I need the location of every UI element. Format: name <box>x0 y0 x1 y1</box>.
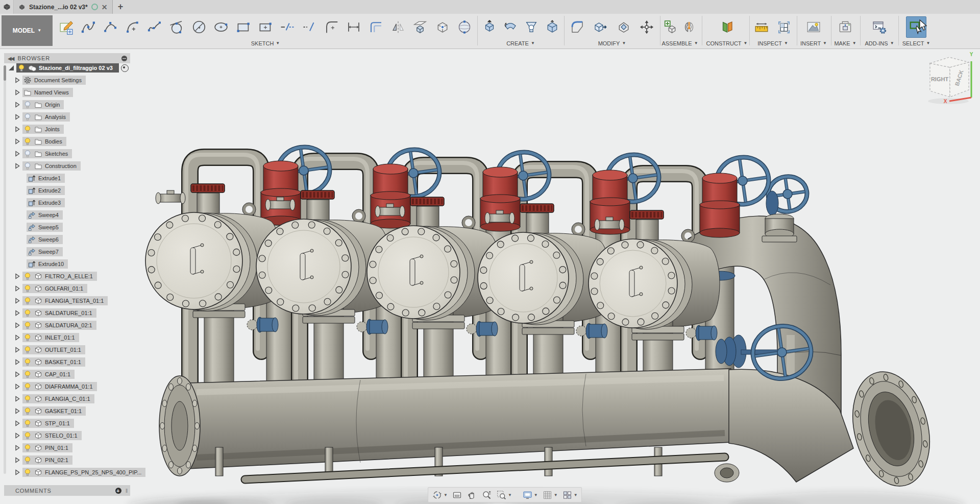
sphere-tool-button[interactable] <box>455 17 474 37</box>
expander-icon[interactable] <box>13 395 21 403</box>
visibility-bulb-icon[interactable] <box>23 456 32 464</box>
expander-icon[interactable] <box>13 162 21 170</box>
browser-row-extrude2[interactable]: Extrude2 <box>27 185 65 196</box>
create-sketch-tool-button[interactable] <box>57 17 76 37</box>
fillet-tool-button[interactable] <box>568 17 587 37</box>
expander-icon[interactable] <box>13 150 21 158</box>
expander-icon[interactable] <box>13 101 21 109</box>
expander-icon[interactable] <box>13 88 21 97</box>
spline-tool-button[interactable] <box>79 17 98 37</box>
visibility-bulb-icon[interactable] <box>23 333 32 342</box>
display-settings-button[interactable]: ▼ <box>521 489 540 501</box>
expander-icon[interactable] <box>13 137 21 146</box>
document-tab[interactable]: Stazione_...io 02 v3* ✕ <box>13 0 113 14</box>
toolbar-group-label[interactable]: SKETCH▼ <box>55 39 476 47</box>
expander-icon[interactable] <box>13 284 21 293</box>
browser-row-bodies[interactable]: Bodies <box>13 136 66 147</box>
visibility-bulb-icon[interactable] <box>23 444 32 452</box>
browser-row-sketches[interactable]: Sketches <box>13 149 72 159</box>
visibility-bulb-icon[interactable] <box>23 137 32 146</box>
browser-row-inlet-01-1[interactable]: INLET_01:1 <box>13 332 79 343</box>
browser-row-saldatura-02-1[interactable]: SALDATURA_02:1 <box>13 320 96 330</box>
window-zoom-button[interactable]: ▼ <box>495 489 513 501</box>
expander-icon[interactable] <box>13 444 21 452</box>
viewports-button[interactable]: ▼ <box>560 489 579 501</box>
browser-row-outlet-01-1[interactable]: OUTLET_01:1 <box>13 345 85 355</box>
root-component-chip[interactable]: Stazione_di_filtraggio 02 v3 <box>16 63 119 73</box>
visibility-bulb-icon[interactable] <box>23 125 32 133</box>
include-3d-tool-button[interactable] <box>433 17 452 37</box>
box-tool-button[interactable] <box>543 17 562 37</box>
visibility-bulb-icon[interactable] <box>23 297 32 305</box>
visibility-bulb-icon[interactable] <box>23 407 32 415</box>
expander-icon[interactable] <box>13 468 21 476</box>
control-point-spline-tool-button[interactable] <box>145 17 164 37</box>
new-tab-button[interactable]: + <box>113 2 128 12</box>
visibility-bulb-icon[interactable] <box>17 64 26 72</box>
circle-diameter-tool-button[interactable] <box>189 17 209 37</box>
workspace-switcher[interactable]: MODEL ▼ <box>2 15 53 46</box>
browser-row-extrude3[interactable]: Extrude3 <box>27 198 65 208</box>
toolbar-group-label[interactable]: SELECT▼ <box>900 39 932 47</box>
expander-icon[interactable] <box>13 113 21 121</box>
toolbar-group-label[interactable]: CREATE▼ <box>479 39 562 47</box>
expander-icon[interactable] <box>13 333 21 342</box>
expander-icon[interactable] <box>13 346 21 354</box>
visibility-bulb-icon[interactable] <box>23 101 32 109</box>
visibility-bulb-icon[interactable] <box>23 419 32 427</box>
visibility-bulb-icon[interactable] <box>23 346 32 354</box>
browser-row-extrude10[interactable]: Extrude10 <box>27 259 68 269</box>
extend-tool-button[interactable] <box>300 17 320 37</box>
browser-row-gasket-01-1[interactable]: GASKET_01:1 <box>13 406 86 416</box>
browser-row-sweep6[interactable]: Sweep6 <box>27 234 63 245</box>
visibility-bulb-icon[interactable] <box>23 382 32 391</box>
browser-row-flange-ps-pn-25-nps-400-pip[interactable]: FLANGE_PS_PN_25_NPS_400_PIP... <box>13 467 145 477</box>
browser-row-extrude1[interactable]: Extrude1 <box>27 173 65 183</box>
new-component-tool-button[interactable] <box>662 17 680 37</box>
browser-row-filtro-a-elle-1[interactable]: FILTRO_A_ELLE:1 <box>13 271 97 281</box>
browser-row-origin[interactable]: Origin <box>13 100 64 110</box>
revolve-tool-button[interactable] <box>501 17 520 37</box>
pan-button[interactable] <box>465 489 479 501</box>
browser-row-construction[interactable]: Construction <box>13 161 81 171</box>
print-3d-tool-button[interactable] <box>836 17 855 37</box>
ellipse-tool-button[interactable] <box>211 17 231 37</box>
viewport-3d[interactable]: ◀◀ BROWSER Stazione_di_filtraggio 02 v3D… <box>0 49 980 504</box>
visibility-bulb-icon[interactable] <box>23 284 32 293</box>
activate-component-radio[interactable] <box>121 64 129 72</box>
grid-layout-button[interactable]: ▼ <box>541 489 559 501</box>
browser-row-saldature-01-1[interactable]: SALDATURE_01:1 <box>13 308 96 318</box>
browser-row-stelo-01-1[interactable]: STELO_01:1 <box>13 430 82 441</box>
visibility-bulb-icon[interactable] <box>23 370 32 378</box>
toolbar-group-label[interactable]: MODIFY▼ <box>566 39 658 47</box>
browser-row-sweep7[interactable]: Sweep7 <box>27 247 63 257</box>
sketch-fillet-tool-button[interactable] <box>322 17 341 37</box>
offset-tool-button[interactable] <box>366 17 386 37</box>
browser-row-sweep4[interactable]: Sweep4 <box>27 210 63 220</box>
comments-grip-icon[interactable]: ‖ <box>126 488 128 494</box>
browser-row-document-settings[interactable]: Document Settings <box>13 75 86 85</box>
browser-row-basket-01-1[interactable]: BASKET_01:1 <box>13 357 85 367</box>
extrude-tool-button[interactable] <box>480 17 499 37</box>
toolbar-group-label[interactable]: INSPECT▼ <box>750 39 795 47</box>
expander-icon[interactable] <box>13 309 21 317</box>
arc-3point-tool-button[interactable] <box>101 17 120 37</box>
circle-tangent-tool-button[interactable] <box>167 17 186 37</box>
close-tab-icon[interactable]: ✕ <box>102 5 108 10</box>
expander-icon[interactable] <box>13 456 21 464</box>
visibility-bulb-icon[interactable] <box>23 272 32 280</box>
toolbar-group-label[interactable]: ADD-INS▼ <box>863 39 896 47</box>
expander-icon[interactable] <box>13 407 21 415</box>
project-tool-button[interactable] <box>410 17 430 37</box>
add-comment-icon[interactable]: + <box>115 488 121 494</box>
browser-row-pin-01-1[interactable]: PIN_01:1 <box>13 443 72 453</box>
expander-icon[interactable] <box>13 297 21 305</box>
browser-row-pin-02-1[interactable]: PIN_02:1 <box>13 455 72 465</box>
toolbar-group-label[interactable]: ASSEMBLE▼ <box>662 39 698 47</box>
section-analysis-tool-button[interactable] <box>774 17 794 37</box>
comments-bar[interactable]: COMMENTS + ‖ <box>4 485 130 496</box>
hole-tool-button[interactable] <box>522 17 541 37</box>
expander-icon[interactable] <box>13 382 21 391</box>
arc-center-tool-button[interactable] <box>123 17 142 37</box>
expander-icon[interactable] <box>13 321 21 329</box>
